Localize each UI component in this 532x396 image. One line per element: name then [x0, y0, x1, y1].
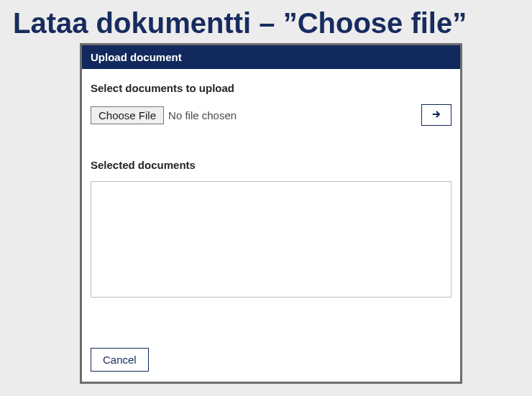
selected-documents-listbox[interactable]	[91, 181, 451, 298]
arrow-right-icon	[432, 110, 441, 121]
file-input-row: Choose File No file chosen	[91, 104, 451, 126]
no-file-chosen-text: No file chosen	[168, 109, 237, 121]
file-input-group: Choose File No file chosen	[91, 106, 237, 124]
dialog-header: Upload document	[82, 45, 460, 69]
cancel-button[interactable]: Cancel	[91, 348, 149, 372]
select-documents-title: Select documents to upload	[91, 82, 451, 94]
dialog-body: Select documents to upload Choose File N…	[82, 69, 460, 382]
upload-dialog: Upload document Select documents to uplo…	[82, 45, 460, 382]
choose-file-button[interactable]: Choose File	[91, 106, 164, 124]
page-title: Lataa dokumentti – ”Choose file”	[0, 0, 532, 45]
selected-documents-title: Selected documents	[91, 159, 451, 171]
submit-arrow-button[interactable]	[421, 104, 451, 126]
